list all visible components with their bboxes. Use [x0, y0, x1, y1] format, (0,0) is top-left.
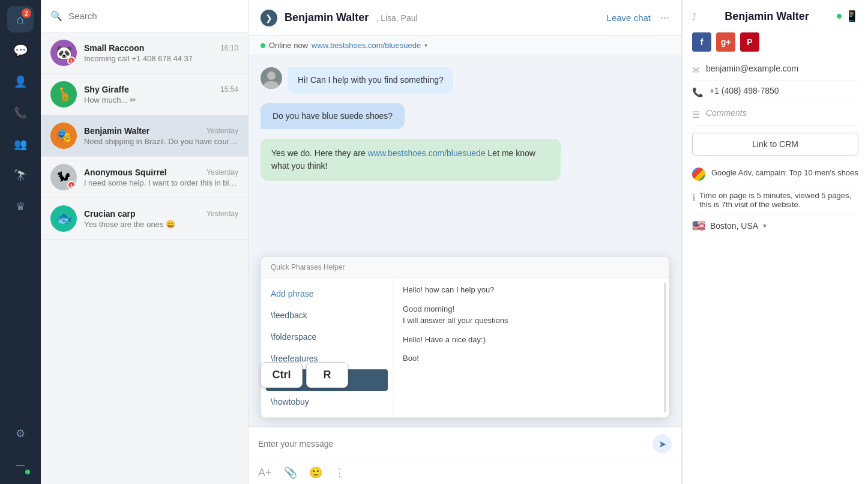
phone-value[interactable]: +1 (408) 498-7850 — [710, 86, 779, 95]
svg-point-0 — [267, 71, 276, 80]
message-agent-1: Hi! Can I help with you find something? — [261, 67, 669, 94]
sidebar-icon-contact[interactable]: 👤 — [7, 68, 34, 95]
chat-icon: 💬 — [13, 43, 28, 58]
visitor-status: 📱 — [837, 10, 858, 23]
status-dash-icon: — — [16, 460, 25, 470]
google-plus-icon[interactable]: g+ — [716, 32, 735, 52]
location-chevron-icon[interactable]: ▾ — [763, 222, 767, 230]
more-options-button[interactable]: ··· — [660, 11, 669, 24]
online-indicator — [261, 43, 265, 48]
sidebar-toggle-button[interactable]: ❯ — [261, 10, 277, 26]
share-icon[interactable]: ⤴ — [692, 11, 697, 22]
right-panel: ⤴ Benjamin Walter 📱 f g+ P ✉ benjamin@ex… — [682, 0, 868, 484]
google-adv-text: Google Adv, campain: Top 10 men's shoes — [711, 168, 858, 178]
link-to-crm-button[interactable]: Link to CRM — [692, 133, 858, 156]
search-bar: 🔍 — [41, 0, 248, 32]
message-bubble: Yes we do. Here they are www.bestshoes.c… — [261, 139, 561, 181]
contact-item-anonymous-squirrel[interactable]: 🐿 1 Anonymous Squirrel Yesterday I need … — [41, 157, 248, 198]
add-phrase-button[interactable]: Add phrase — [261, 283, 393, 304]
phrase-item-folderspace[interactable]: \folderspace — [261, 326, 393, 348]
product-link[interactable]: www.bestshoes.com/bluesuede — [368, 148, 486, 158]
email-icon: ✉ — [692, 65, 700, 76]
right-panel-header: ⤴ Benjamin Walter 📱 — [692, 10, 858, 23]
preview-item-4: Boo! — [403, 352, 652, 365]
leave-chat-button[interactable]: Leave chat — [607, 13, 651, 23]
comments-placeholder[interactable]: Comments — [706, 108, 747, 118]
notification-badge: 2 — [22, 8, 31, 18]
chevron-down-icon[interactable]: ▾ — [424, 42, 427, 49]
comments-icon: ☰ — [692, 109, 700, 120]
attachment-icon[interactable]: 📎 — [284, 466, 297, 479]
sidebar-icon-status[interactable]: — — [7, 452, 34, 478]
avatar-small-raccoon: 🐼 1 — [50, 40, 77, 66]
comments-row: ☰ Comments — [692, 103, 858, 126]
facebook-icon[interactable]: f — [692, 32, 711, 52]
sidebar-icon-crown[interactable]: ♛ — [7, 193, 34, 220]
contact-name: Small Raccoon — [84, 43, 144, 53]
contact-time: 16:10 — [220, 44, 238, 52]
header-actions: Leave chat ··· — [607, 11, 669, 24]
sidebar-icon-team[interactable]: 👥 — [7, 131, 34, 157]
contact-info-shy-giraffe: Shy Giraffe 15:54 How much... ✏ — [84, 85, 238, 104]
sidebar-icon-settings[interactable]: ⚙ — [7, 420, 34, 447]
more-toolbar-icon[interactable]: ⋮ — [334, 466, 345, 479]
crown-icon: ♛ — [16, 200, 25, 213]
search-icon: 🔍 — [50, 10, 62, 22]
emoji-icon[interactable]: 🙂 — [309, 466, 322, 479]
quick-phrases-body: Add phrase \feedback \folderspace \freef… — [261, 278, 669, 417]
phrase-item-howtobuy[interactable]: \howtobuy — [261, 391, 393, 413]
contact-item-crucian-carp[interactable]: 🐟 Crucian carp Yesterday Yes those are t… — [41, 198, 248, 240]
social-links: f g+ P — [692, 32, 858, 52]
visitor-name: Benjamin Walter — [725, 10, 809, 23]
avatar-crucian-carp: 🐟 — [50, 205, 77, 232]
contact-name: Crucian carp — [84, 209, 136, 219]
google-adv-row: Google Adv, campain: Top 10 men's shoes — [692, 163, 858, 186]
contacts-panel: 🔍 🐼 1 Small Raccoon 16:10 Incoming call … — [41, 0, 248, 484]
sidebar-icon-phone[interactable]: 📞 — [7, 100, 34, 126]
preview-item-3: Hello! Have a nice day:) — [403, 334, 652, 346]
contact-name: Benjamin Walter — [84, 126, 149, 136]
notification-dot: 1 — [67, 181, 76, 189]
email-value[interactable]: benjamin@example.com — [706, 64, 798, 73]
message-input[interactable] — [258, 439, 646, 449]
phrase-item-feedback[interactable]: \feedback — [261, 304, 393, 326]
site-link[interactable]: www.bestshoes.com/bluesuede — [312, 41, 421, 50]
sidebar: ⌂ 2 💬 👤 📞 👥 🔭 ♛ ⚙ — — [0, 0, 41, 484]
settings-icon: ⚙ — [16, 427, 25, 440]
quick-phrases-preview: Hello! how can I help you? Good morning!… — [393, 278, 662, 417]
online-status-text: Online now — [269, 41, 308, 50]
mobile-icon: 📱 — [845, 10, 858, 23]
message-bubble: Hi! Can I help with you find something? — [288, 67, 453, 94]
text-size-icon[interactable]: A+ — [258, 467, 272, 479]
scrollbar[interactable] — [664, 283, 666, 413]
contact-time: Yesterday — [206, 210, 238, 218]
contact-item-shy-giraffe[interactable]: 🦒 Shy Giraffe 15:54 How much... ✏ — [41, 74, 248, 115]
contact-item-small-raccoon[interactable]: 🐼 1 Small Raccoon 16:10 Incoming call +1… — [41, 32, 248, 74]
send-button[interactable]: ➤ — [653, 434, 672, 453]
visit-info-row: ℹ Time on page is 5 minutes, viewed 5 pa… — [692, 186, 858, 214]
google-icon — [692, 168, 705, 181]
ctrl-key: Ctrl — [261, 362, 303, 388]
contact-msg: I need some help. I want to order this i… — [84, 178, 238, 187]
preview-item-2: Good morning!I will answer all your ques… — [403, 303, 652, 327]
sidebar-icon-chat[interactable]: 💬 — [7, 37, 34, 64]
chat-header-participants: , Lisa, Paul — [376, 13, 417, 23]
sidebar-icon-home[interactable]: ⌂ 2 — [7, 6, 34, 32]
contact-info-anon-squirrel: Anonymous Squirrel Yesterday I need some… — [84, 168, 238, 187]
contact-name: Anonymous Squirrel — [84, 168, 167, 177]
flag-icon: 🇺🇸 — [692, 219, 705, 232]
info-icon: ℹ — [692, 192, 696, 203]
contact-msg: Yes those are the ones 😀 — [84, 220, 238, 229]
quick-phrases-popup: Quick Pharases Helper Add phrase \feedba… — [261, 256, 669, 418]
phone-row: 📞 +1 (408) 498-7850 — [692, 81, 858, 103]
agent-avatar — [261, 67, 282, 89]
contact-item-benjamin[interactable]: 🎭 Benjamin Walter Yesterday Need shippin… — [41, 115, 248, 157]
avatar-shy-giraffe: 🦒 — [50, 81, 77, 107]
location-text: Boston, USA — [710, 221, 758, 231]
pinterest-icon[interactable]: P — [740, 32, 759, 52]
chat-panel: ❯ Benjamin Walter , Lisa, Paul Leave cha… — [248, 0, 682, 484]
svg-point-1 — [264, 81, 279, 89]
contact-time: Yesterday — [206, 168, 238, 177]
sidebar-icon-binoculars[interactable]: 🔭 — [7, 162, 34, 189]
search-input[interactable] — [68, 11, 238, 21]
